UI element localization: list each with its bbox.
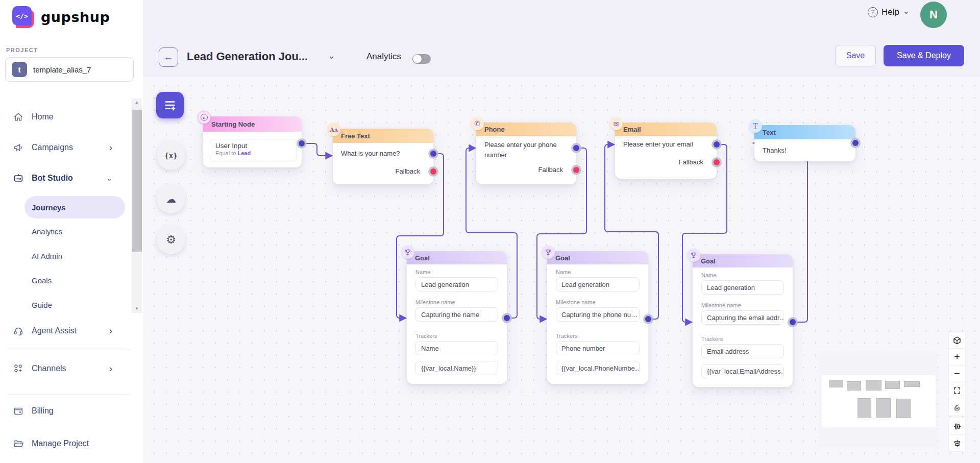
- goal-milestone-input[interactable]: Capturing the email addr…: [701, 310, 784, 325]
- minimap[interactable]: [818, 355, 938, 447]
- add-node-menu-button[interactable]: [156, 92, 184, 118]
- sidebar-item-manage-project[interactable]: Manage Project: [0, 432, 132, 455]
- output-port[interactable]: [645, 316, 651, 322]
- node-message: What is your name?: [341, 150, 400, 157]
- layout-horizontal-button[interactable]: [948, 418, 966, 435]
- sidebar-item-label: Campaigns: [32, 143, 73, 152]
- minimap-node-rect: [857, 398, 871, 418]
- save-deploy-button[interactable]: Save & Deploy: [884, 45, 964, 66]
- goal-tracker-input[interactable]: Email address: [701, 344, 784, 358]
- goal-milestone-input[interactable]: Capturing the name: [415, 307, 498, 322]
- sidebar-scrollbar[interactable]: ▲ ▼: [132, 99, 142, 313]
- sidebar-item-channels[interactable]: Channels ›: [0, 357, 132, 380]
- fallback-port[interactable]: [714, 159, 720, 165]
- goal-name-input[interactable]: Lead generation: [556, 277, 640, 291]
- node-title: Text: [754, 125, 855, 139]
- sidebar-item-goals[interactable]: Goals: [32, 276, 52, 285]
- goal-variable-input[interactable]: {{var_local.PhoneNumbe…: [556, 361, 640, 375]
- output-port[interactable]: [790, 319, 796, 325]
- output-port[interactable]: [504, 315, 510, 321]
- title-dropdown-chevron-icon[interactable]: ⌄: [328, 50, 335, 61]
- goal-trackers-label: Trackers: [701, 336, 784, 342]
- node-email[interactable]: ✉ Email Please enter your email Fallback: [615, 123, 717, 179]
- node-goal-1[interactable]: Goal Name Lead generation Milestone name…: [407, 251, 507, 384]
- view-3d-button[interactable]: [948, 332, 966, 349]
- output-port[interactable]: [714, 141, 720, 148]
- lock-button[interactable]: [948, 399, 966, 416]
- goal-variable-input[interactable]: {{var_local.Name}}: [415, 361, 498, 375]
- goal-body: Name Lead generation Milestone name Capt…: [693, 267, 793, 378]
- help-menu[interactable]: ? Help ⌄: [868, 7, 910, 17]
- gupshup-logo[interactable]: </> gupshup: [12, 6, 110, 28]
- sidebar-item-home[interactable]: Home: [0, 106, 132, 128]
- settings-button[interactable]: ⚙: [157, 226, 185, 254]
- sidebar-item-bot-studio[interactable]: Bot Studio ⌄: [0, 167, 132, 189]
- topbar: ? Help ⌄ N ← Lead Generation Jou... ⌄ An…: [143, 0, 980, 77]
- goal-variable-input[interactable]: {{var_local.EmailAddress…: [701, 364, 784, 378]
- minimap-node-rect: [829, 380, 843, 387]
- node-goal-2[interactable]: Goal Name Lead generation Milestone name…: [547, 251, 648, 384]
- layout-vertical-button[interactable]: [948, 435, 966, 452]
- sidebar-divider: [7, 394, 130, 395]
- sidebar-item-journeys-label[interactable]: Journeys: [32, 203, 66, 212]
- node-phone[interactable]: ✆ Phone Please enter your phone number F…: [476, 123, 576, 184]
- cloud-icon: ☁: [166, 193, 176, 205]
- free-text-icon: Aᴀ: [327, 123, 340, 136]
- sidebar-item-label: Channels: [32, 364, 66, 373]
- minimap-node-rect: [904, 381, 920, 387]
- minimap-node-rect: [866, 380, 881, 391]
- sidebar-item-guide[interactable]: Guide: [32, 301, 52, 309]
- goal-milestone-input[interactable]: Capturing the phone nu…: [556, 307, 640, 322]
- output-port[interactable]: [573, 145, 579, 151]
- node-text[interactable]: T Text Thanks!: [754, 125, 855, 161]
- app-root: </> gupshup PROJECT t template_alias_7 H…: [0, 0, 980, 463]
- back-button[interactable]: ←: [159, 47, 178, 67]
- save-button[interactable]: Save: [835, 45, 876, 66]
- user-avatar[interactable]: N: [920, 2, 947, 28]
- chevron-down-icon: ⌄: [106, 175, 112, 182]
- analytics-toggle[interactable]: [412, 54, 431, 64]
- goal-tracker-input[interactable]: Phone number: [556, 341, 640, 355]
- project-selector[interactable]: t template_alias_7: [5, 57, 134, 82]
- zoom-out-button[interactable]: −: [948, 365, 966, 382]
- fallback-port[interactable]: [430, 168, 436, 175]
- variables-button[interactable]: {x}: [157, 141, 185, 170]
- fallback-port[interactable]: [573, 167, 579, 173]
- megaphone-icon: [12, 141, 24, 154]
- scroll-down-arrow-icon[interactable]: ▼: [132, 305, 142, 313]
- scroll-up-arrow-icon[interactable]: ▲: [132, 99, 142, 107]
- node-goal-3[interactable]: Goal Name Lead generation Milestone name…: [693, 254, 793, 387]
- fit-view-button[interactable]: [948, 382, 966, 399]
- bot-icon: [12, 172, 24, 184]
- sidebar-item-agent-assist[interactable]: Agent Assist ›: [0, 320, 132, 342]
- flow-canvas[interactable]: ▶ Starting Node User Input Equal to Lead…: [143, 77, 980, 463]
- zoom-in-button[interactable]: +: [948, 349, 966, 365]
- goal-name-input[interactable]: Lead generation: [415, 277, 498, 291]
- sidebar-item-label: Billing: [32, 406, 54, 416]
- goal-name-input[interactable]: Lead generation: [701, 280, 784, 295]
- goal-tracker-input[interactable]: Name: [415, 341, 498, 355]
- sidebar-item-campaigns[interactable]: Campaigns ›: [0, 136, 132, 159]
- sidebar-item-analytics[interactable]: Analytics: [32, 227, 62, 236]
- project-section-label: PROJECT: [6, 47, 38, 53]
- node-title: Email: [615, 123, 717, 136]
- journey-title[interactable]: Lead Generation Jou...: [187, 50, 308, 63]
- node-title: Goal: [407, 251, 507, 264]
- node-starting[interactable]: ▶ Starting Node User Input Equal to Lead: [203, 116, 302, 167]
- menu-plus-icon: [162, 98, 178, 113]
- goal-name-label: Name: [701, 272, 784, 278]
- scrollbar-thumb[interactable]: [132, 110, 142, 252]
- starting-condition-box[interactable]: User Input Equal to Lead: [210, 139, 297, 161]
- output-port[interactable]: [852, 140, 859, 146]
- toggle-knob: [413, 55, 422, 63]
- output-port[interactable]: [299, 140, 305, 147]
- minimap-node-rect: [885, 381, 900, 389]
- sidebar-item-ai-admin[interactable]: AI Admin: [32, 252, 62, 260]
- sidebar-item-billing[interactable]: Billing: [0, 400, 132, 422]
- goal-trackers-label: Trackers: [415, 333, 498, 339]
- trophy-icon: [542, 246, 555, 259]
- output-port[interactable]: [430, 151, 436, 157]
- trophy-icon: [687, 249, 700, 262]
- integrations-button[interactable]: ☁: [157, 185, 185, 213]
- node-free-text[interactable]: Aᴀ Free Text What is your name? Fallback: [333, 129, 433, 184]
